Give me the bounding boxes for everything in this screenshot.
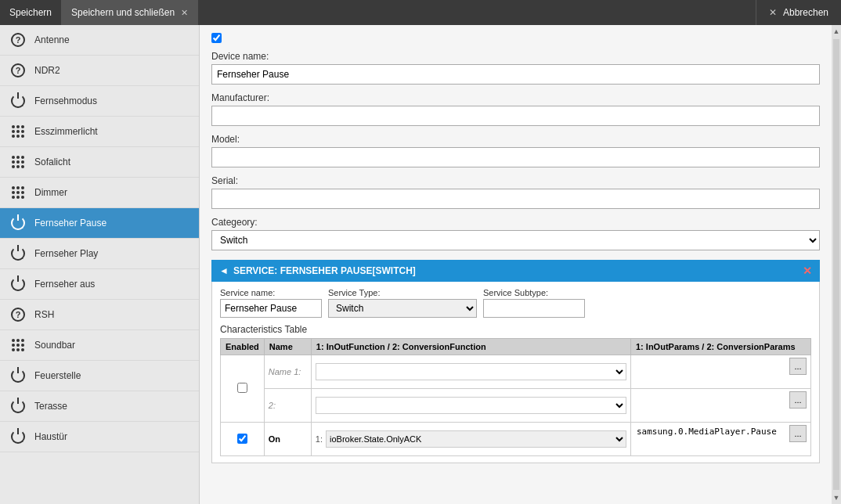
service-subtype-label: Service Subtype: xyxy=(483,288,585,297)
row2-enabled-checkbox[interactable] xyxy=(237,434,247,444)
question-icon xyxy=(9,62,27,79)
char-table-title: Characteristics Table xyxy=(220,324,811,335)
manufacturer-row: Manufacturer: xyxy=(211,92,820,126)
row1-enabled-checkbox[interactable] xyxy=(237,383,247,393)
row1-sub-params-input[interactable] xyxy=(635,391,789,419)
row1-sub-dots-button[interactable]: ... xyxy=(789,391,807,409)
sidebar-item-fernseher-play[interactable]: Fernseher Play xyxy=(0,239,199,269)
serial-row: Serial: xyxy=(211,175,820,209)
service-subtype-input[interactable] xyxy=(483,299,585,318)
device-enabled-checkbox[interactable] xyxy=(211,33,222,43)
tab-save-close[interactable]: Speichern und schließen ✕ xyxy=(62,0,198,25)
sidebar-item-esszimmerlicht[interactable]: Esszimmerlicht xyxy=(0,117,199,147)
row2-params-cell: samsung.0.MediaPlayer.Pause ... xyxy=(631,423,811,456)
tab-abort[interactable]: ✕ Abbrechen xyxy=(756,0,841,25)
device-name-label: Device name: xyxy=(211,51,820,62)
sidebar-item-dimmer[interactable]: Dimmer xyxy=(0,178,199,208)
sidebar-item-label: Dimmer xyxy=(34,187,67,198)
sidebar-item-label: Feuerstelle xyxy=(34,370,81,381)
sidebar-item-label: Fernseher Pause xyxy=(34,218,106,229)
service-type-label: Service Type: xyxy=(328,288,477,297)
row1-func-select[interactable] xyxy=(316,363,626,380)
content-area: Device name: Manufacturer: Model: Serial… xyxy=(200,25,832,504)
sidebar-item-haustür[interactable]: Haustür xyxy=(0,422,199,452)
serial-label: Serial: xyxy=(211,175,820,186)
sidebar-item-feuerstelle[interactable]: Feuerstelle xyxy=(0,361,199,391)
sidebar-item-label: Terasse xyxy=(34,401,67,412)
service-subtype-field: Service Subtype: xyxy=(483,288,585,318)
tab-save[interactable]: Speichern xyxy=(0,0,62,25)
row2-func-cell: 1: ioBroker.State.OnlyACK xyxy=(311,423,630,456)
sidebar: AntenneNDR2Fernsehmodus Esszimmerlicht S… xyxy=(0,25,200,504)
model-row: Model: xyxy=(211,134,820,167)
model-input[interactable] xyxy=(211,147,820,167)
dots-icon xyxy=(9,184,27,201)
power-icon xyxy=(9,398,27,415)
tab-save-close-x[interactable]: ✕ xyxy=(181,8,188,18)
sidebar-item-label: Fernsehmodus xyxy=(34,95,97,106)
service-fields-row: Service name: Service Type: Switch Light… xyxy=(220,288,811,318)
serial-input[interactable] xyxy=(211,189,820,209)
checkbox-row xyxy=(211,33,820,43)
tab-abort-x[interactable]: ✕ xyxy=(769,7,777,18)
service-name-input[interactable] xyxy=(220,299,322,318)
dots-icon xyxy=(9,153,27,171)
question-icon xyxy=(9,31,27,49)
sidebar-item-fernseher-aus[interactable]: Fernseher aus xyxy=(0,269,199,300)
service-header-label: SERVICE: FERNSEHER PAUSE[SWITCH] xyxy=(233,265,416,276)
col-enabled: Enabled xyxy=(221,339,265,355)
sidebar-item-label: RSH xyxy=(34,309,54,320)
device-name-row: Device name: xyxy=(211,51,820,85)
service-name-field: Service name: xyxy=(220,288,322,318)
row1-sub-func-select[interactable] xyxy=(316,397,626,414)
power-icon xyxy=(9,92,27,110)
question-icon xyxy=(9,306,27,323)
scroll-up-arrow[interactable]: ▲ xyxy=(832,25,841,38)
char-table: Enabled Name 1: InOutFunction / 2: Conve… xyxy=(220,338,811,456)
power-icon xyxy=(9,245,27,262)
sidebar-item-antenne[interactable]: Antenne xyxy=(0,25,199,56)
dots-icon xyxy=(9,337,27,354)
service-name-label: Service name: xyxy=(220,288,322,297)
row1-name: Name 1: xyxy=(264,355,311,389)
sidebar-item-fernseher-pause[interactable]: Fernseher Pause xyxy=(0,208,199,239)
service-type-field: Service Type: Switch Lightbulb Fan Outle… xyxy=(328,288,477,318)
service-type-select[interactable]: Switch Lightbulb Fan Outlet xyxy=(328,299,477,318)
row1-params-input[interactable] xyxy=(635,358,789,386)
sidebar-item-fernsehmodus[interactable]: Fernsehmodus xyxy=(0,86,199,117)
row2-params-input[interactable]: samsung.0.MediaPlayer.Pause xyxy=(635,425,789,453)
service-close-icon[interactable]: ✕ xyxy=(803,265,812,277)
col-params: 1: InOutParams / 2: ConversionParams xyxy=(631,339,811,355)
table-row: On 1: ioBroker.State.OnlyACK sam xyxy=(221,423,811,456)
sidebar-item-label: Haustür xyxy=(34,431,67,442)
service-collapse-icon[interactable]: ◄ xyxy=(219,265,229,276)
sidebar-item-label: Antenne xyxy=(34,34,70,45)
sidebar-item-label: Fernseher Play xyxy=(34,248,98,259)
table-row: 2: ... xyxy=(221,389,811,423)
tab-save-label: Speichern xyxy=(9,7,52,18)
dots-icon xyxy=(9,123,27,140)
col-name: Name xyxy=(264,339,311,355)
sidebar-item-terasse[interactable]: Terasse xyxy=(0,391,199,422)
sidebar-item-rsh[interactable]: RSH xyxy=(0,300,199,330)
power-icon xyxy=(9,428,27,445)
row1-sub-func-cell xyxy=(311,389,630,423)
service-header: ◄ SERVICE: FERNSEHER PAUSE[SWITCH] ✕ xyxy=(211,260,820,282)
sidebar-item-ndr2[interactable]: NDR2 xyxy=(0,56,199,86)
row2-func-select[interactable]: ioBroker.State.OnlyACK xyxy=(326,430,626,448)
row1-dots-button[interactable]: ... xyxy=(789,358,807,375)
tab-save-close-label: Speichern und schließen xyxy=(71,7,175,18)
manufacturer-input[interactable] xyxy=(211,106,820,126)
sidebar-item-sofalicht[interactable]: Sofalicht xyxy=(0,147,199,178)
category-label: Categeory: xyxy=(211,217,820,228)
category-row: Categeory: Switch Lightbulb Fan Outlet T… xyxy=(211,217,820,250)
row2-dots-button[interactable]: ... xyxy=(789,425,807,442)
category-select[interactable]: Switch Lightbulb Fan Outlet Television xyxy=(211,230,820,250)
sidebar-item-soundbar[interactable]: Soundbar xyxy=(0,330,199,361)
model-label: Model: xyxy=(211,134,820,145)
device-name-input[interactable] xyxy=(211,64,820,85)
scroll-down-arrow[interactable]: ▼ xyxy=(832,491,841,504)
power-icon xyxy=(9,214,27,232)
row1-params-cell: ... xyxy=(631,355,811,389)
row1-func-cell xyxy=(311,355,630,389)
